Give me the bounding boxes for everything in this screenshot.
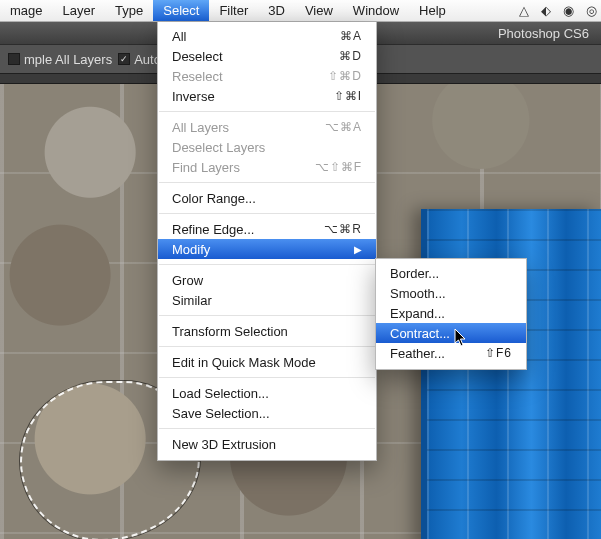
submenu-item-label: Contract...	[390, 326, 450, 341]
shortcut-text: ⇧⌘D	[328, 69, 362, 83]
menu-item-label: Modify	[172, 242, 210, 257]
menu-item-new-3d-extrusion[interactable]: New 3D Extrusion	[158, 434, 376, 454]
os-menu-bar: mage Layer Type Select Filter 3D View Wi…	[0, 0, 601, 22]
menu-type[interactable]: Type	[105, 0, 153, 21]
menu-item-label: Load Selection...	[172, 386, 269, 401]
menu-select[interactable]: Select	[153, 0, 209, 21]
sample-all-layers-label: mple All Layers	[24, 52, 112, 67]
menu-item-label: Save Selection...	[172, 406, 270, 421]
menu-item-label: Deselect	[172, 49, 223, 64]
menu-item-label: Edit in Quick Mask Mode	[172, 355, 316, 370]
menu-item-all[interactable]: All ⌘A	[158, 26, 376, 46]
submenu-item-label: Expand...	[390, 306, 445, 321]
menu-item-deselect[interactable]: Deselect ⌘D	[158, 46, 376, 66]
menu-item-label: Reselect	[172, 69, 223, 84]
menu-view[interactable]: View	[295, 0, 343, 21]
menu-item-label: All Layers	[172, 120, 229, 135]
menu-window[interactable]: Window	[343, 0, 409, 21]
menu-item-load-selection[interactable]: Load Selection...	[158, 383, 376, 403]
display-icon[interactable]: ◉	[563, 3, 574, 18]
menu-item-label: Inverse	[172, 89, 215, 104]
menu-item-label: All	[172, 29, 186, 44]
menu-item-find-layers: Find Layers ⌥⇧⌘F	[158, 157, 376, 177]
select-menu-dropdown: All ⌘A Deselect ⌘D Reselect ⇧⌘D Inverse …	[157, 22, 377, 461]
submenu-item-feather[interactable]: Feather... ⇧F6	[376, 343, 526, 363]
menu-item-save-selection[interactable]: Save Selection...	[158, 403, 376, 423]
menu-item-reselect: Reselect ⇧⌘D	[158, 66, 376, 86]
submenu-item-contract[interactable]: Contract...	[376, 323, 526, 343]
submenu-item-label: Smooth...	[390, 286, 446, 301]
shortcut-text: ⌘A	[340, 29, 362, 43]
menu-item-quick-mask[interactable]: Edit in Quick Mask Mode	[158, 352, 376, 372]
menu-separator	[159, 264, 375, 265]
submenu-item-smooth[interactable]: Smooth...	[376, 283, 526, 303]
creative-cloud-icon[interactable]: ◎	[586, 3, 597, 18]
shortcut-text: ⌥⌘A	[325, 120, 362, 134]
menu-item-refine-edge[interactable]: Refine Edge... ⌥⌘R	[158, 219, 376, 239]
menu-separator	[159, 213, 375, 214]
menu-separator	[159, 428, 375, 429]
menu-help[interactable]: Help	[409, 0, 456, 21]
modify-submenu: Border... Smooth... Expand... Contract..…	[375, 258, 527, 370]
submenu-item-label: Border...	[390, 266, 439, 281]
menu-item-label: Transform Selection	[172, 324, 288, 339]
menu-separator	[159, 377, 375, 378]
menu-item-modify[interactable]: Modify ▶	[158, 239, 376, 259]
shortcut-text: ⌘D	[339, 49, 362, 63]
menu-separator	[159, 346, 375, 347]
app-title: Photoshop CS6	[498, 26, 589, 41]
shortcut-text: ⇧⌘I	[334, 89, 362, 103]
menu-item-label: Color Range...	[172, 191, 256, 206]
shortcut-text: ⌥⌘R	[324, 222, 362, 236]
menu-item-label: Find Layers	[172, 160, 240, 175]
checkbox-icon: ✓	[118, 53, 130, 65]
google-drive-icon[interactable]: △	[519, 3, 529, 18]
menu-separator	[159, 111, 375, 112]
checkbox-icon	[8, 53, 20, 65]
dropbox-icon[interactable]: ⬖	[541, 3, 551, 18]
shortcut-text: ⌥⇧⌘F	[315, 160, 362, 174]
menu-layer[interactable]: Layer	[53, 0, 106, 21]
menu-item-label: Grow	[172, 273, 203, 288]
menu-item-all-layers: All Layers ⌥⌘A	[158, 117, 376, 137]
submenu-item-expand[interactable]: Expand...	[376, 303, 526, 323]
menu-item-transform-selection[interactable]: Transform Selection	[158, 321, 376, 341]
menu-separator	[159, 182, 375, 183]
menu-separator	[159, 315, 375, 316]
submenu-item-border[interactable]: Border...	[376, 263, 526, 283]
menu-item-color-range[interactable]: Color Range...	[158, 188, 376, 208]
menu-item-label: Similar	[172, 293, 212, 308]
submenu-item-label: Feather...	[390, 346, 445, 361]
menu-item-grow[interactable]: Grow	[158, 270, 376, 290]
menu-item-similar[interactable]: Similar	[158, 290, 376, 310]
menu-filter[interactable]: Filter	[209, 0, 258, 21]
menu-item-label: New 3D Extrusion	[172, 437, 276, 452]
shortcut-text: ⇧F6	[485, 346, 512, 360]
menu-image[interactable]: mage	[0, 0, 53, 21]
menu-item-inverse[interactable]: Inverse ⇧⌘I	[158, 86, 376, 106]
submenu-arrow-icon: ▶	[354, 244, 362, 255]
menu-3d[interactable]: 3D	[258, 0, 295, 21]
menu-extras: △ ⬖ ◉ ◎	[519, 0, 601, 21]
menu-item-deselect-layers: Deselect Layers	[158, 137, 376, 157]
sample-all-layers-checkbox[interactable]: mple All Layers	[8, 52, 112, 67]
menu-item-label: Refine Edge...	[172, 222, 254, 237]
menu-item-label: Deselect Layers	[172, 140, 265, 155]
